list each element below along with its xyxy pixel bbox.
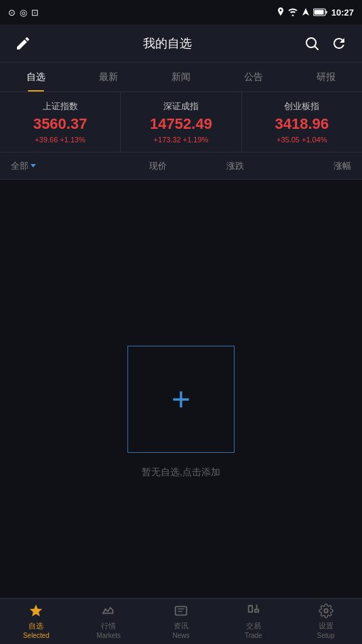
- search-button[interactable]: [300, 31, 324, 56]
- svg-line-4: [315, 46, 319, 49]
- nav-settings-sublabel: Setup: [317, 632, 335, 639]
- svg-point-12: [324, 609, 328, 613]
- plus-icon: +: [172, 383, 190, 416]
- location-icon: [277, 7, 285, 17]
- edit-icon: [15, 35, 31, 52]
- index-shanghai[interactable]: 上证指数 3560.37 +39.66 +1.13%: [0, 92, 121, 152]
- status-time: 10:27: [331, 7, 354, 18]
- nav-trade-sublabel: Trade: [245, 632, 262, 639]
- svg-rect-5: [176, 607, 187, 616]
- nav-trade[interactable]: 交易 Trade: [217, 599, 289, 644]
- trade-icon: [246, 603, 261, 618]
- status-left-icons: ⊙ ◎ ⊡: [8, 7, 39, 18]
- add-stock-button[interactable]: +: [127, 346, 235, 453]
- nav-settings-label: 设置: [319, 621, 334, 631]
- nav-news-label: 资讯: [174, 621, 188, 631]
- column-headers: 全部 现价 涨跌 涨幅: [0, 153, 362, 180]
- empty-state: + 暂无自选,点击添加: [127, 346, 235, 479]
- nav-zixuan-sublabel: Selected: [23, 632, 49, 639]
- nav-settings[interactable]: 设置 Setup: [289, 599, 362, 644]
- nav-settings-labels: 设置 Setup: [317, 621, 335, 639]
- svg-rect-1: [314, 10, 323, 15]
- sort-arrow-icon: [31, 164, 36, 167]
- index-chuangye[interactable]: 创业板指 3418.96 +35.05 +1.04%: [242, 92, 362, 152]
- app-icon-2: ◎: [20, 7, 27, 18]
- news-icon: [174, 603, 188, 618]
- tab-zuixin[interactable]: 最新: [73, 62, 145, 92]
- refresh-button[interactable]: [327, 31, 351, 56]
- nav-zixuan[interactable]: 自选 Selected: [0, 599, 73, 644]
- app-icon-3: ⊡: [31, 7, 39, 18]
- col-all[interactable]: 全部: [0, 160, 119, 172]
- tab-zixuan[interactable]: 自选: [0, 62, 73, 92]
- tab-xinwen[interactable]: 新闻: [145, 62, 218, 92]
- empty-text: 暂无自选,点击添加: [142, 466, 220, 479]
- chart-icon: [101, 603, 116, 618]
- tab-yanbao[interactable]: 研报: [289, 62, 362, 92]
- col-change[interactable]: 涨跌: [197, 160, 274, 172]
- search-icon: [304, 35, 320, 52]
- nav-tabs: 自选 最新 新闻 公告 研报: [0, 62, 362, 92]
- bottom-nav: 自选 Selected 行情 Markets 资讯 News: [0, 598, 362, 644]
- col-price[interactable]: 现价: [119, 160, 197, 172]
- star-icon: [28, 603, 43, 618]
- nav-news[interactable]: 资讯 News: [145, 599, 218, 644]
- nav-news-labels: 资讯 News: [172, 621, 189, 639]
- indices-row: 上证指数 3560.37 +39.66 +1.13% 深证成指 14752.49…: [0, 92, 362, 153]
- edit-button[interactable]: [11, 31, 35, 56]
- header: 我的自选: [0, 24, 362, 62]
- settings-icon: [319, 603, 334, 618]
- nav-news-sublabel: News: [172, 632, 189, 639]
- col-pct[interactable]: 涨幅: [274, 160, 362, 172]
- svg-rect-9: [255, 609, 259, 612]
- status-icons: [277, 7, 328, 17]
- nav-trade-label: 交易: [246, 621, 261, 631]
- svg-rect-8: [248, 606, 252, 612]
- nav-markets-label: 行情: [101, 621, 116, 631]
- nav-markets-sublabel: Markets: [96, 632, 121, 639]
- index-shenzhen[interactable]: 深证成指 14752.49 +173.32 +1.19%: [121, 92, 241, 152]
- page-title: 我的自选: [35, 35, 300, 52]
- main-content: + 暂无自选,点击添加: [0, 180, 362, 604]
- nav-zixuan-labels: 自选 Selected: [23, 621, 49, 639]
- nav-zixuan-label: 自选: [28, 621, 43, 631]
- tab-gonggao[interactable]: 公告: [217, 62, 289, 92]
- status-bar: ⊙ ◎ ⊡ 10:27: [0, 0, 362, 24]
- status-right: 10:27: [277, 7, 354, 18]
- app-icon-1: ⊙: [8, 7, 16, 18]
- wifi-icon: [287, 8, 298, 16]
- nav-markets-labels: 行情 Markets: [96, 621, 121, 639]
- nav-markets[interactable]: 行情 Markets: [73, 599, 145, 644]
- svg-rect-2: [325, 11, 327, 14]
- battery-icon: [313, 8, 328, 16]
- airplane-icon: [301, 7, 310, 17]
- nav-trade-labels: 交易 Trade: [245, 621, 262, 639]
- refresh-icon: [331, 35, 347, 52]
